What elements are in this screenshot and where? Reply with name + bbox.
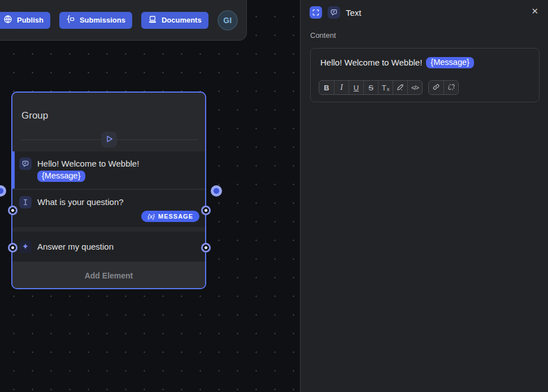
edge-endpoint-right[interactable]	[211, 185, 222, 197]
group-node[interactable]: Group Hello! Welcome to Webble! {Message…	[11, 92, 206, 289]
editor-text-line[interactable]: Hello! Welcome to Webble! {Message}	[311, 49, 539, 68]
underline-button[interactable]: U	[349, 81, 363, 94]
documents-label: Documents	[162, 16, 202, 24]
element-list: Hello! Welcome to Webble! {Message} What…	[12, 151, 205, 288]
flow-canvas[interactable]: Group Hello! Welcome to Webble! {Message…	[0, 0, 300, 392]
selected-indicator	[12, 151, 15, 189]
underline-glyph: U	[354, 84, 359, 92]
submissions-button[interactable]: Submissions	[59, 12, 132, 29]
globe-icon	[3, 15, 12, 25]
clear-format-glyph: T	[382, 84, 386, 92]
text-settings-panel: Text ✕ Content Hello! Welcome to Webble!…	[300, 0, 548, 392]
input-cursor-icon	[66, 15, 75, 25]
group-title: Group	[21, 110, 48, 121]
panel-title: Text	[346, 8, 362, 18]
clear-format-button[interactable]: Tx	[378, 81, 393, 94]
format-group-text: B I U S Tx </>	[319, 80, 423, 95]
document-icon	[148, 15, 157, 25]
code-button[interactable]: </>	[407, 81, 422, 94]
documents-button[interactable]: Documents	[141, 12, 208, 29]
text-editor[interactable]: Hello! Welcome to Webble! {Message} B I …	[310, 48, 540, 102]
top-toolbar: Publish Submissions Documents GI	[0, 0, 247, 41]
publish-label: Publish	[17, 16, 44, 24]
play-icon	[104, 134, 114, 146]
content-label: Content	[301, 19, 548, 40]
chat-bubble-icon	[19, 158, 32, 170]
variable-badge-prefix: {x}	[147, 213, 155, 220]
link-icon	[432, 83, 440, 93]
variable-badge-label: MESSAGE	[158, 213, 193, 220]
add-element-button[interactable]: Add Element	[12, 263, 205, 288]
unlink-icon	[447, 83, 455, 93]
italic-button[interactable]: I	[334, 81, 349, 94]
element-text-bubble[interactable]: Hello! Welcome to Webble! {Message}	[12, 151, 205, 189]
expand-scan-icon[interactable]	[310, 6, 322, 19]
text-cursor-icon	[19, 196, 32, 208]
variable-chip[interactable]: {Message}	[426, 57, 474, 68]
code-glyph: </>	[411, 84, 419, 91]
variable-badge[interactable]: {x} MESSAGE	[141, 211, 199, 222]
clear-format-sub: x	[387, 86, 390, 92]
element-text: What is your question?	[37, 196, 124, 208]
publish-button[interactable]: Publish	[0, 12, 50, 29]
chat-bubble-icon	[328, 6, 340, 19]
link-button[interactable]	[429, 81, 443, 94]
editor-text[interactable]: Hello! Welcome to Webble!	[320, 58, 422, 67]
element-text: Hello! Welcome to Webble!	[37, 158, 139, 169]
group-divider	[12, 132, 205, 147]
close-icon[interactable]: ✕	[531, 7, 538, 15]
run-group-button[interactable]	[101, 132, 117, 147]
input-connection-point[interactable]	[8, 206, 18, 215]
element-text: Answer my question	[37, 241, 114, 252]
sparkle-icon	[19, 241, 32, 253]
format-toolbar: B I U S Tx </>	[319, 80, 459, 95]
user-avatar[interactable]: GI	[218, 10, 238, 31]
strikethrough-button[interactable]: S	[363, 81, 378, 94]
format-group-link	[428, 80, 459, 95]
italic-glyph: I	[340, 83, 343, 92]
highlight-pen-button[interactable]	[393, 81, 407, 94]
output-connection-point[interactable]	[201, 206, 211, 215]
bold-button[interactable]: B	[319, 81, 334, 94]
variable-chip[interactable]: {Message}	[37, 171, 85, 182]
submissions-label: Submissions	[80, 16, 125, 24]
bold-glyph: B	[324, 84, 329, 92]
panel-header: Text ✕	[301, 0, 548, 19]
strikethrough-glyph: S	[368, 84, 373, 92]
output-connection-point[interactable]	[201, 243, 211, 252]
element-ai-answer[interactable]: Answer my question	[12, 232, 205, 262]
edge-endpoint-left[interactable]	[0, 185, 6, 197]
pen-icon	[397, 83, 405, 93]
unlink-icon-button[interactable]	[443, 81, 458, 94]
row-gap	[12, 227, 205, 232]
input-connection-point[interactable]	[8, 243, 18, 252]
element-text-input[interactable]: What is your question? {x} MESSAGE	[12, 190, 205, 227]
